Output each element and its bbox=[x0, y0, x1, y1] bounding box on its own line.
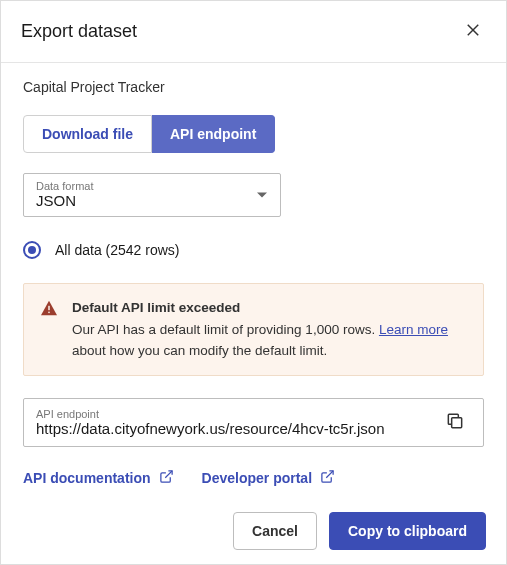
data-format-value: JSON bbox=[36, 192, 76, 209]
svg-rect-4 bbox=[452, 417, 462, 427]
external-links: API documentation Developer portal bbox=[23, 469, 484, 487]
radio-all-data-label: All data (2542 rows) bbox=[55, 242, 180, 258]
warning-text-after: about how you can modify the default lim… bbox=[72, 343, 327, 358]
warning-text-before: Our API has a default limit of providing… bbox=[72, 322, 379, 337]
svg-line-5 bbox=[165, 471, 172, 478]
tab-api-endpoint[interactable]: API endpoint bbox=[152, 115, 275, 153]
copy-to-clipboard-button[interactable]: Copy to clipboard bbox=[329, 512, 486, 550]
close-button[interactable] bbox=[460, 17, 486, 46]
warning-banner: Default API limit exceeded Our API has a… bbox=[23, 283, 484, 376]
api-endpoint-field[interactable]: API endpoint https://data.cityofnewyork.… bbox=[23, 398, 484, 447]
tabs: Download file API endpoint bbox=[23, 115, 484, 153]
api-documentation-link[interactable]: API documentation bbox=[23, 469, 174, 487]
dialog-header: Export dataset bbox=[1, 1, 506, 63]
developer-portal-label: Developer portal bbox=[202, 470, 312, 486]
warning-title: Default API limit exceeded bbox=[72, 298, 467, 318]
radio-selected-icon bbox=[28, 246, 36, 254]
dataset-name: Capital Project Tracker bbox=[23, 79, 484, 95]
api-endpoint-label: API endpoint bbox=[36, 408, 439, 420]
dialog-footer: Cancel Copy to clipboard bbox=[1, 498, 506, 564]
learn-more-link[interactable]: Learn more bbox=[379, 322, 448, 337]
copy-endpoint-button[interactable] bbox=[439, 405, 471, 440]
svg-rect-3 bbox=[48, 312, 49, 313]
copy-icon bbox=[445, 419, 465, 434]
api-endpoint-value: https://data.cityofnewyork.us/resource/4… bbox=[36, 420, 439, 437]
data-format-select[interactable]: Data format JSON bbox=[23, 173, 281, 217]
tab-download-file[interactable]: Download file bbox=[23, 115, 152, 153]
svg-line-6 bbox=[326, 471, 333, 478]
svg-rect-2 bbox=[48, 306, 49, 310]
external-link-icon bbox=[320, 469, 335, 487]
close-icon bbox=[464, 21, 482, 42]
developer-portal-link[interactable]: Developer portal bbox=[202, 469, 335, 487]
radio-all-data[interactable] bbox=[23, 241, 41, 259]
dialog-body: Capital Project Tracker Download file AP… bbox=[1, 63, 506, 498]
scope-radio-row: All data (2542 rows) bbox=[23, 241, 484, 259]
cancel-button[interactable]: Cancel bbox=[233, 512, 317, 550]
warning-content: Default API limit exceeded Our API has a… bbox=[72, 298, 467, 361]
chevron-down-icon bbox=[257, 193, 267, 198]
export-dataset-dialog: Export dataset Capital Project Tracker D… bbox=[0, 0, 507, 565]
api-documentation-label: API documentation bbox=[23, 470, 151, 486]
external-link-icon bbox=[159, 469, 174, 487]
warning-icon bbox=[40, 300, 58, 361]
dialog-title: Export dataset bbox=[21, 21, 137, 42]
data-format-label: Data format bbox=[36, 180, 268, 192]
